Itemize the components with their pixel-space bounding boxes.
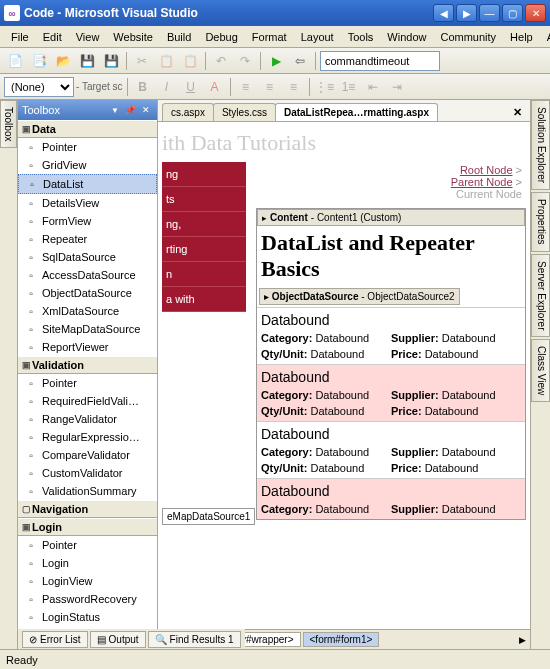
toolbox-item-datalist[interactable]: ▫DataList [18,174,157,194]
breadcrumb-parent[interactable]: Parent Node [451,176,513,188]
content-control-tag[interactable]: ▸ Content Content - Content1 (Custom)- C… [257,209,525,226]
new-project-button[interactable]: 📄 [4,50,26,72]
toolbox-item-loginstatus[interactable]: ▫LoginStatus [18,608,157,626]
toolbox-group-validation[interactable]: ▣ Validation [18,356,157,374]
find-results-tab[interactable]: 🔍 Find Results 1 [148,631,241,648]
italic-button[interactable]: I [156,76,178,98]
nav-item[interactable]: a with [162,287,246,312]
maximize-button[interactable]: ▢ [502,4,523,22]
align-center-button[interactable]: ≡ [259,76,281,98]
close-doc-icon[interactable]: ✕ [509,104,526,121]
group-right-button[interactable]: ▶ [456,4,477,22]
toolbox-item-passwordrecovery[interactable]: ▫PasswordRecovery [18,590,157,608]
target-schema-select[interactable]: (None) [4,77,74,97]
toolbox-item-gridview[interactable]: ▫GridView [18,156,157,174]
fontcolor-button[interactable]: A [204,76,226,98]
toolbox-item-validationsummary[interactable]: ▫ValidationSummary [18,482,157,500]
numbering-button[interactable]: 1≡ [338,76,360,98]
tag-nav-right-icon[interactable]: ▶ [519,635,526,645]
toolbox-group-data[interactable]: ▣ Data [18,120,157,138]
datalist-control[interactable]: DataboundCategory: DataboundSupplier: Da… [257,307,525,519]
tag-form[interactable]: <form#form1> [303,632,380,647]
toolbox-item-regularexpressio[interactable]: ▫RegularExpressio… [18,428,157,446]
cut-button[interactable]: ✂ [131,50,153,72]
objectdatasource-tag[interactable]: ▸ ObjectDataSource - ObjectDataSource2 [259,288,460,305]
menu-build[interactable]: Build [160,28,198,46]
tab-datalist-aspx[interactable]: DataListRepea…rmatting.aspx [275,103,438,121]
toolbox-item-rangevalidator[interactable]: ▫RangeValidator [18,410,157,428]
outdent-button[interactable]: ⇤ [362,76,384,98]
menu-addins[interactable]: Addins [540,28,550,46]
start-button[interactable]: ▶ [265,50,287,72]
align-left-button[interactable]: ≡ [235,76,257,98]
minimize-button[interactable]: — [479,4,500,22]
paste-button[interactable]: 📋 [179,50,201,72]
smart-tag-icon[interactable]: ▸ [262,213,267,223]
menu-tools[interactable]: Tools [341,28,381,46]
toolbox-item-customvalidator[interactable]: ▫CustomValidator [18,464,157,482]
solution-explorer-tab[interactable]: Solution Explorer [531,100,550,190]
close-button[interactable]: ✕ [525,4,546,22]
toolbox-item-repeater[interactable]: ▫Repeater [18,230,157,248]
toolbox-item-formview[interactable]: ▫FormView [18,212,157,230]
find-combo[interactable] [320,51,440,71]
undo-button[interactable]: ↶ [210,50,232,72]
toolbox-item-objectdatasource[interactable]: ▫ObjectDataSource [18,284,157,302]
error-list-tab[interactable]: ⊘ Error List [22,631,88,648]
toolbox-group-login[interactable]: ▣ Login [18,518,157,536]
toolbox-item-login[interactable]: ▫Login [18,554,157,572]
menu-debug[interactable]: Debug [198,28,244,46]
menu-file[interactable]: File [4,28,36,46]
group-left-button[interactable]: ◀ [433,4,454,22]
nav-item[interactable]: ts [162,187,246,212]
menu-community[interactable]: Community [433,28,503,46]
menu-format[interactable]: Format [245,28,294,46]
menu-view[interactable]: View [69,28,107,46]
nav-item[interactable]: ng, [162,212,246,237]
menu-help[interactable]: Help [503,28,540,46]
toolbox-item-comparevalidator[interactable]: ▫CompareValidator [18,446,157,464]
breadcrumb-root[interactable]: Root Node [460,164,513,176]
bullets-button[interactable]: ⋮≡ [314,76,336,98]
toolbox-item-sitemapdatasource[interactable]: ▫SiteMapDataSource [18,320,157,338]
toolbox-item-requiredfieldvali[interactable]: ▫RequiredFieldVali… [18,392,157,410]
underline-button[interactable]: U [180,76,202,98]
menu-edit[interactable]: Edit [36,28,69,46]
class-view-tab[interactable]: Class View [531,339,550,402]
content-placeholder[interactable]: ▸ Content Content - Content1 (Custom)- C… [256,208,526,520]
save-button[interactable]: 💾 [76,50,98,72]
menu-layout[interactable]: Layout [294,28,341,46]
toolbox-item-reportviewer[interactable]: ▫ReportViewer [18,338,157,356]
menu-website[interactable]: Website [106,28,160,46]
properties-tab[interactable]: Properties [531,192,550,252]
dropdown-icon[interactable]: ▼ [108,106,122,115]
toolbox-item-pointer[interactable]: ▫Pointer [18,374,157,392]
toolbox-item-sqldatasource[interactable]: ▫SqlDataSource [18,248,157,266]
toolbox-group-navigation[interactable]: ▢ Navigation [18,500,157,518]
align-right-button[interactable]: ≡ [283,76,305,98]
save-all-button[interactable]: 💾 [100,50,122,72]
open-button[interactable]: 📂 [52,50,74,72]
redo-button[interactable]: ↷ [234,50,256,72]
toolbox-item-loginview[interactable]: ▫LoginView [18,572,157,590]
indent-button[interactable]: ⇥ [386,76,408,98]
copy-button[interactable]: 📋 [155,50,177,72]
nav-item[interactable]: ng [162,162,246,187]
server-explorer-tab[interactable]: Server Explorer [531,254,550,337]
close-panel-icon[interactable]: ✕ [139,105,153,115]
nav-item[interactable]: rting [162,237,246,262]
menu-window[interactable]: Window [380,28,433,46]
tab-styles-css[interactable]: Styles.css [213,103,276,121]
nav-item[interactable]: n [162,262,246,287]
toolbox-tab[interactable]: Toolbox [0,100,17,148]
toolbox-item-xmldatasource[interactable]: ▫XmlDataSource [18,302,157,320]
toolbox-item-pointer[interactable]: ▫Pointer [18,138,157,156]
pin-icon[interactable]: 📌 [122,105,139,115]
design-surface[interactable]: ith Data Tutorials Root Node > Parent No… [158,122,530,629]
toolbox-item-accessdatasource[interactable]: ▫AccessDataSource [18,266,157,284]
toolbox-item-detailsview[interactable]: ▫DetailsView [18,194,157,212]
nav-back-button[interactable]: ⇦ [289,50,311,72]
add-item-button[interactable]: 📑 [28,50,50,72]
toolbox-item-pointer[interactable]: ▫Pointer [18,536,157,554]
tab-cs-aspx[interactable]: cs.aspx [162,103,214,121]
